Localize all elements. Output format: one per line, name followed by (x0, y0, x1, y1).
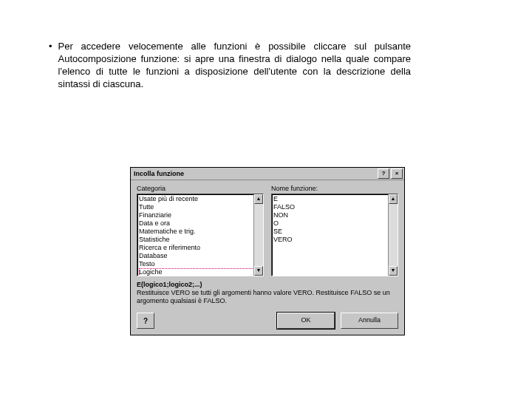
function-syntax: E(logico1;logico2;...) (137, 281, 398, 288)
function-scrollbar[interactable]: ▲ ▼ (388, 194, 398, 276)
category-label: Categoria (137, 185, 264, 192)
scroll-down-icon[interactable]: ▼ (254, 266, 263, 276)
paste-function-dialog: Incolla funzione ? × Categoria Usate più… (130, 167, 405, 335)
category-scrollbar[interactable]: ▲ ▼ (253, 194, 263, 276)
titlebar-close-button[interactable]: × (391, 168, 403, 179)
list-item[interactable]: Ricerca e riferimento (139, 244, 262, 252)
list-item[interactable]: O (273, 219, 396, 228)
cancel-button[interactable]: Annulla (341, 313, 398, 329)
list-item[interactable]: Testo (139, 260, 262, 268)
list-item[interactable]: Finanziarie (139, 211, 262, 219)
list-item[interactable]: Database (139, 252, 262, 260)
help-icon: ? (143, 317, 148, 325)
ok-button[interactable]: OK (277, 313, 335, 329)
scroll-track[interactable] (389, 204, 398, 266)
list-item[interactable]: Usate più di recente (139, 195, 262, 203)
function-description: Restituisce VERO se tutti gli argomenti … (137, 289, 398, 305)
list-item[interactable]: E (273, 195, 396, 203)
list-item[interactable]: Data e ora (139, 219, 262, 228)
help-button[interactable]: ? (137, 313, 154, 329)
list-item[interactable]: Matematiche e trig. (139, 228, 262, 236)
scroll-up-icon[interactable]: ▲ (389, 194, 398, 204)
dialog-title: Incolla funzione (132, 170, 376, 177)
titlebar[interactable]: Incolla funzione ? × (131, 168, 404, 180)
bullet-paragraph: • Per accedere velocemente alle funzioni… (49, 40, 411, 90)
titlebar-help-button[interactable]: ? (378, 168, 389, 179)
scroll-track[interactable] (254, 204, 263, 266)
bullet-dot: • (49, 40, 58, 52)
category-listbox[interactable]: Usate più di recenteTutteFinanziarieData… (137, 194, 264, 276)
list-item[interactable]: FALSO (273, 203, 396, 211)
bullet-text: Per accedere velocemente alle funzioni è… (58, 40, 411, 90)
list-item[interactable]: Tutte (139, 203, 262, 211)
scroll-up-icon[interactable]: ▲ (254, 194, 263, 204)
function-listbox[interactable]: EFALSONONOSEVERO ▲ ▼ (271, 194, 398, 276)
list-item[interactable]: Logiche (139, 268, 262, 276)
scroll-down-icon[interactable]: ▼ (389, 266, 398, 276)
list-item[interactable]: NON (273, 211, 396, 219)
list-item[interactable]: SE (273, 228, 396, 236)
list-item[interactable]: VERO (273, 236, 396, 244)
function-name-label: Nome funzione: (271, 185, 398, 192)
list-item[interactable]: Statistiche (139, 236, 262, 244)
